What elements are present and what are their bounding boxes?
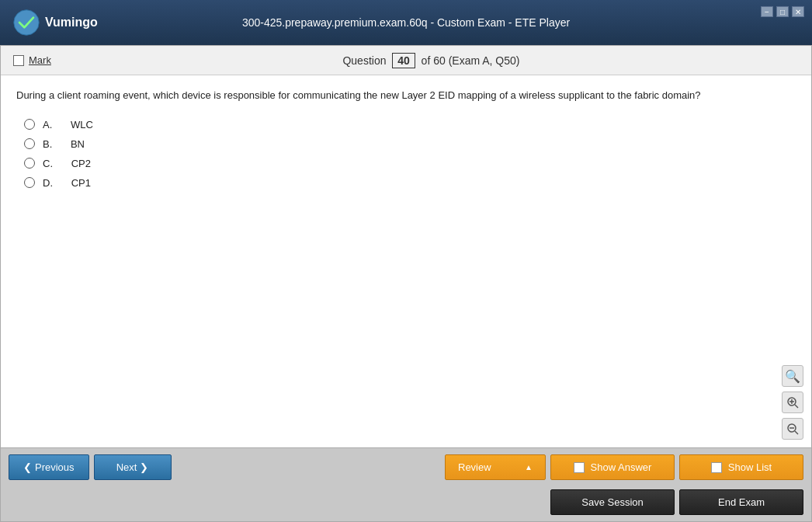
question-of-total: of 60 (Exam A, Q50) <box>422 54 520 67</box>
show-list-checkbox <box>711 462 722 473</box>
show-answer-checkbox <box>574 462 585 473</box>
previous-button[interactable]: ❮ Previous <box>9 454 89 480</box>
mark-label[interactable]: Mark <box>29 54 51 66</box>
bottom-action-row: Save Session End Exam <box>1 486 811 521</box>
option-a[interactable]: A. WLC <box>24 119 796 130</box>
restore-button[interactable]: □ <box>776 6 789 17</box>
option-b[interactable]: B. BN <box>24 138 796 150</box>
sidebar-icons: 🔍 <box>782 365 803 440</box>
mark-checkbox[interactable] <box>13 55 24 66</box>
question-number-box: 40 <box>392 53 415 68</box>
options-list: A. WLC B. BN C. CP2 D. CP1 <box>24 119 796 189</box>
option-d-text: CP1 <box>71 177 91 189</box>
question-text: During a client roaming event, which dev… <box>16 88 796 103</box>
chevron-left-icon: ❮ <box>23 461 32 473</box>
next-button[interactable]: Next ❯ <box>94 454 172 480</box>
review-label: Review <box>458 461 491 473</box>
option-a-text: WLC <box>71 119 93 130</box>
option-c-radio[interactable] <box>24 158 35 169</box>
save-session-button[interactable]: Save Session <box>550 489 675 515</box>
logo-text: Vumingo <box>45 16 98 30</box>
svg-line-6 <box>795 431 798 434</box>
option-b-radio[interactable] <box>24 138 35 149</box>
show-list-label: Show List <box>728 461 772 473</box>
search-icon-btn[interactable]: 🔍 <box>782 365 803 387</box>
bottom-toolbar: ❮ Previous Next ❯ Review ▲ Show Answer S… <box>1 447 811 486</box>
option-a-radio[interactable] <box>24 119 35 130</box>
review-button[interactable]: Review ▲ <box>445 454 546 480</box>
question-content: During a client roaming event, which dev… <box>1 75 811 447</box>
option-b-label: B. <box>43 138 52 150</box>
previous-label: Previous <box>35 461 75 473</box>
next-label: Next <box>116 461 137 473</box>
zoom-in-icon-btn[interactable] <box>782 392 803 413</box>
option-b-text: BN <box>71 138 85 150</box>
option-d-radio[interactable] <box>24 177 35 188</box>
option-d[interactable]: D. CP1 <box>24 177 796 189</box>
option-c[interactable]: C. CP2 <box>24 158 796 169</box>
logo-area: Vumingo <box>12 9 98 37</box>
zoom-out-icon-btn[interactable] <box>782 418 803 440</box>
main-window: Mark Question 40 of 60 (Exam A, Q50) Dur… <box>0 45 812 522</box>
svg-line-2 <box>795 405 798 408</box>
review-arrow-icon: ▲ <box>525 463 533 472</box>
show-answer-button[interactable]: Show Answer <box>550 454 675 480</box>
question-label: Question <box>342 54 386 67</box>
mark-area[interactable]: Mark <box>13 54 51 66</box>
option-d-label: D. <box>43 177 53 189</box>
minimize-button[interactable]: − <box>761 6 773 17</box>
window-controls[interactable]: − □ ✕ <box>761 6 804 17</box>
option-c-text: CP2 <box>71 158 91 169</box>
show-answer-label: Show Answer <box>591 461 652 473</box>
app-title: 300-425.prepaway.premium.exam.60q - Cust… <box>242 16 570 29</box>
show-list-button[interactable]: Show List <box>679 454 803 480</box>
title-bar: − □ ✕ Vumingo 300-425.prepaway.premium.e… <box>0 0 812 45</box>
option-a-label: A. <box>43 119 52 130</box>
question-header: Mark Question 40 of 60 (Exam A, Q50) <box>1 46 811 75</box>
end-exam-button[interactable]: End Exam <box>679 489 803 515</box>
close-button[interactable]: ✕ <box>792 6 804 17</box>
logo-icon <box>12 9 40 37</box>
question-counter: Question 40 of 60 (Exam A, Q50) <box>64 53 799 68</box>
svg-point-0 <box>14 10 39 35</box>
option-c-label: C. <box>43 158 53 169</box>
chevron-right-icon: ❯ <box>140 461 148 473</box>
